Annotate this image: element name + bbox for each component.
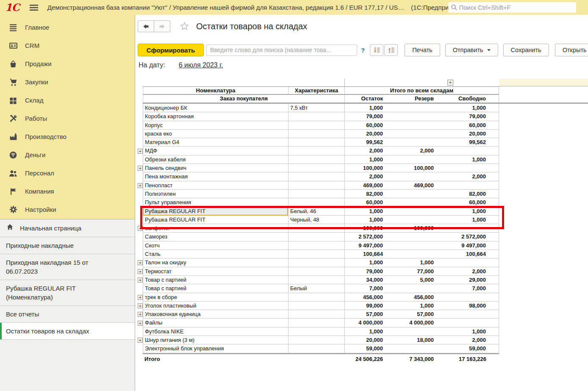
table-row[interactable]: Панель сендвич 100,000 100,000 — [138, 164, 588, 172]
row-expander-button[interactable] — [138, 226, 143, 231]
table-row[interactable]: Файлы 4 000,000 4 000,000 — [138, 319, 588, 327]
sidebar-item-warehouse[interactable]: Склад — [0, 91, 135, 109]
cell-reserve[interactable] — [386, 216, 436, 224]
cell-balance[interactable]: 59,000 — [344, 344, 386, 353]
nav-item-incoming-invoices[interactable]: Приходные накладные — [0, 237, 135, 254]
cell-reserve[interactable]: 1,000 — [386, 302, 436, 310]
cell-free[interactable]: 99,562 — [436, 138, 499, 147]
cell-balance[interactable]: 2,000 — [344, 147, 386, 155]
cell-nomenclature[interactable]: Обрезки кабеля — [143, 155, 288, 164]
cell-free[interactable] — [436, 310, 499, 319]
cell-nomenclature[interactable]: Электронный блок управления — [143, 344, 288, 353]
cell-reserve[interactable]: 5,000 — [386, 276, 436, 284]
cell-nomenclature[interactable]: Упаковочная единица — [143, 310, 288, 319]
sort-ascending-button[interactable] — [384, 44, 398, 56]
cell-reserve[interactable] — [386, 121, 436, 130]
table-row[interactable]: Рубашка REGULAR FIT Белый, 46 1,000 1,00… — [138, 207, 588, 216]
cell-reserve[interactable] — [386, 172, 436, 181]
cell-nomenclature[interactable]: Пульт управления — [143, 198, 288, 207]
table-row[interactable]: Скотч 9 497,000 9 497,000 — [138, 241, 588, 250]
table-row[interactable]: Электронный блок управления 59,000 59,00… — [138, 344, 588, 353]
cell-characteristic[interactable] — [288, 276, 344, 284]
send-button[interactable]: Отправить — [445, 44, 498, 56]
cell-reserve[interactable]: 57,000 — [386, 310, 436, 319]
cell-reserve[interactable]: 456,000 — [386, 293, 436, 302]
cell-free[interactable]: 1,000 — [436, 155, 499, 164]
cell-reserve[interactable] — [386, 104, 436, 112]
cell-free[interactable]: 2,000 — [436, 172, 499, 181]
sidebar-item-money[interactable]: Деньги — [0, 146, 135, 164]
cell-nomenclature[interactable]: салфетки — [143, 224, 288, 233]
cell-nomenclature[interactable]: Товар с партией — [143, 276, 288, 284]
cell-free[interactable]: 1,000 — [436, 216, 499, 224]
cell-reserve[interactable] — [386, 344, 436, 353]
cell-nomenclature[interactable]: Товар с партией — [143, 284, 288, 293]
cell-characteristic[interactable] — [288, 121, 344, 130]
cell-free[interactable]: 1,000 — [436, 327, 499, 336]
cell-free[interactable]: 20,000 — [436, 130, 499, 138]
cell-nomenclature[interactable]: Рубашка REGULAR FIT — [143, 216, 288, 224]
cell-balance[interactable]: 79,000 — [344, 267, 386, 276]
cell-reserve[interactable]: 18,000 — [386, 336, 436, 344]
cell-reserve[interactable] — [386, 155, 436, 164]
cell-characteristic[interactable] — [288, 258, 344, 267]
table-row[interactable]: Пена монтажная 2,000 2,000 — [138, 172, 588, 181]
cell-characteristic[interactable]: 7,5 кВт — [288, 104, 344, 112]
generate-button[interactable]: Сформировать — [138, 44, 204, 56]
row-expander-button[interactable] — [138, 312, 143, 317]
row-expander-button[interactable] — [138, 149, 143, 154]
favorite-star-icon[interactable] — [180, 22, 189, 31]
cell-nomenclature[interactable]: Футболка NIKE — [143, 327, 288, 336]
cell-nomenclature[interactable]: Саморез — [143, 233, 288, 241]
nav-item-home-page[interactable]: Начальная страница — [0, 219, 135, 237]
forward-button[interactable] — [154, 20, 170, 32]
row-expander-button[interactable] — [138, 321, 143, 326]
row-expander-button[interactable] — [138, 269, 143, 274]
cell-balance[interactable]: 469,000 — [344, 181, 386, 190]
table-row[interactable]: Футболка NIKE 1,000 1,000 — [138, 327, 588, 336]
sidebar-item-personnel[interactable]: Персонал — [0, 164, 135, 182]
cell-characteristic[interactable] — [288, 302, 344, 310]
cell-reserve[interactable] — [386, 112, 436, 121]
cell-characteristic[interactable]: Белый, 46 — [288, 207, 344, 216]
sidebar-item-main[interactable]: Главное — [0, 18, 135, 36]
cell-characteristic[interactable] — [288, 344, 344, 353]
row-expander-button[interactable] — [138, 277, 143, 283]
table-row[interactable]: салфетки 100,000 100,000 — [138, 224, 588, 233]
cell-characteristic[interactable] — [288, 267, 344, 276]
cell-balance[interactable]: 1,000 — [344, 258, 386, 267]
cell-nomenclature[interactable]: Шнур питания (3 м) — [143, 336, 288, 344]
table-row[interactable]: Товар с партией Белый 7,000 7,000 — [138, 284, 588, 293]
cell-balance[interactable]: 1,000 — [344, 327, 386, 336]
table-row[interactable]: Материал G4 99,562 99,562 — [138, 138, 588, 147]
table-row[interactable]: Рубашка REGULAR FIT Черный, 48 1,000 1,0… — [138, 216, 588, 224]
cell-characteristic[interactable] — [288, 310, 344, 319]
table-row[interactable]: Пенопласт 469,000 469,000 — [138, 181, 588, 190]
cell-reserve[interactable] — [386, 130, 436, 138]
table-row[interactable]: Талон на скидку 1,000 1,000 — [138, 258, 588, 267]
cell-free[interactable] — [436, 181, 499, 190]
cell-nomenclature[interactable]: МДФ — [143, 147, 288, 155]
cell-free[interactable]: 1,000 — [436, 207, 499, 216]
cell-balance[interactable]: 100,000 — [344, 224, 386, 233]
cell-reserve[interactable]: 469,000 — [386, 181, 436, 190]
cell-free[interactable] — [436, 293, 499, 302]
cell-balance[interactable]: 1,000 — [344, 104, 386, 112]
cell-free[interactable]: 82,000 — [436, 190, 499, 198]
nav-item-all-reports[interactable]: Все отчеты — [0, 306, 135, 323]
cell-free[interactable] — [436, 319, 499, 327]
cell-reserve[interactable] — [386, 198, 436, 207]
table-row[interactable]: Шнур питания (3 м) 20,000 18,000 2,000 — [138, 336, 588, 344]
cell-free[interactable]: 59,000 — [436, 344, 499, 353]
cell-characteristic[interactable] — [288, 327, 344, 336]
cell-nomenclature[interactable]: Сталь — [143, 250, 288, 258]
cell-balance[interactable]: 100,000 — [344, 164, 386, 172]
cell-free[interactable]: 60,000 — [436, 121, 499, 130]
sort-descending-button[interactable] — [370, 44, 383, 56]
row-expander-button[interactable] — [138, 183, 143, 188]
date-link[interactable]: 6 июля 2023 г. — [179, 61, 223, 69]
cell-balance[interactable]: 60,000 — [344, 121, 386, 130]
cell-characteristic[interactable] — [288, 198, 344, 207]
cell-characteristic[interactable] — [288, 164, 344, 172]
table-row[interactable]: Уголок пластиковый 99,000 1,000 98,000 — [138, 302, 588, 310]
